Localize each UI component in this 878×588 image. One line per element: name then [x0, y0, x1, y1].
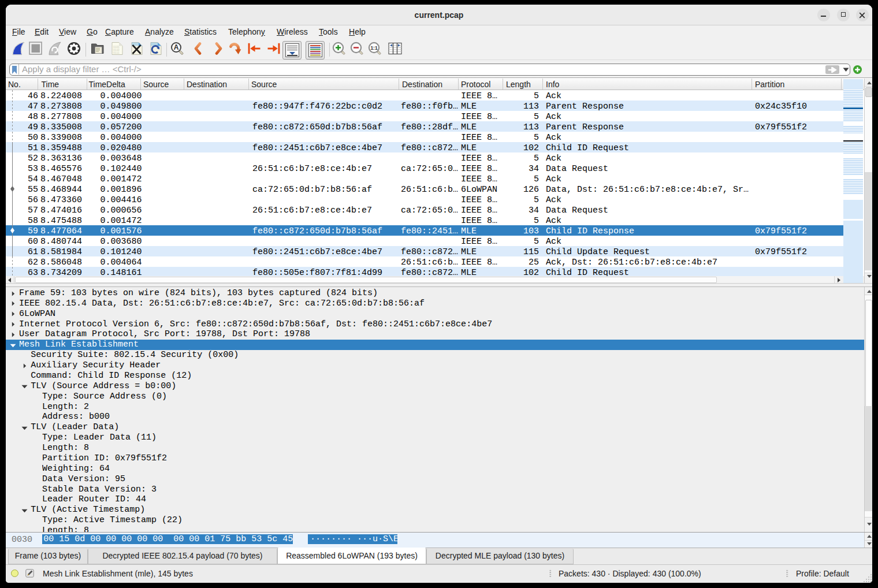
svg-text:A: A	[174, 43, 179, 51]
svg-text:0111: 0111	[113, 51, 120, 54]
svg-text:1:1: 1:1	[370, 45, 377, 51]
